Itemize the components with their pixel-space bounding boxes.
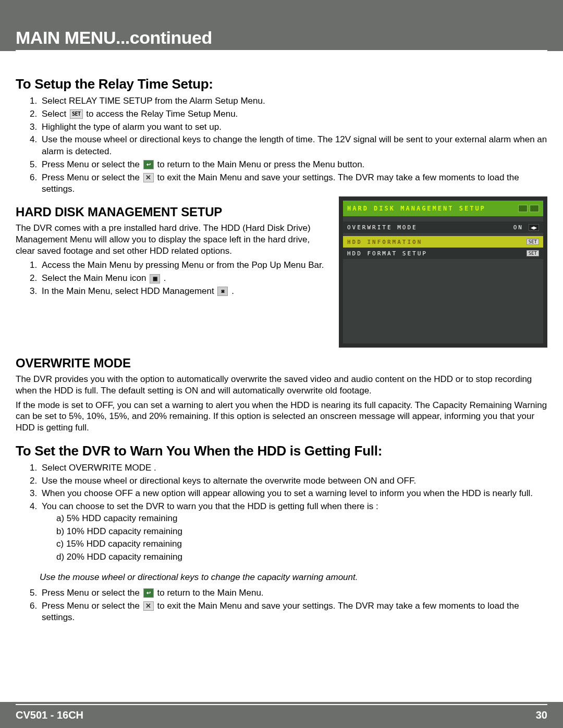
list-item: Access the Main Menu by pressing Menu or… <box>40 260 328 272</box>
list-item: b) 10% HDD capacity remaining <box>54 526 547 538</box>
page-content: To Setup the Relay Time Setup: Select RE… <box>0 51 563 624</box>
overwrite-p2: If the mode is set to OFF, you can set a… <box>16 400 547 434</box>
text: You can choose to set the DVR to warn yo… <box>42 501 378 511</box>
arrows-icon: ◀▶ <box>529 224 539 231</box>
section-warn-heading: To Set the DVR to Warn You When the HDD … <box>16 443 547 459</box>
list-item: Press Menu or select the ✕ to exit the M… <box>40 600 547 624</box>
header-underline <box>16 50 547 51</box>
list-item: Use the mouse wheel or directional keys … <box>40 134 547 158</box>
list-item: Select RELAY TIME SETUP from the Alarm S… <box>40 95 547 107</box>
relay-steps-list: Select RELAY TIME SETUP from the Alarm S… <box>16 95 547 195</box>
list-item: Select the Main Menu icon ▦ . <box>40 273 328 285</box>
text: Press Menu or select the <box>42 159 142 169</box>
page-header: MAIN MENU...continued <box>0 0 563 51</box>
text: Press Menu or select the <box>42 172 142 182</box>
list-item: c) 15% HDD capacity remaining <box>54 538 547 550</box>
main-menu-icon: ▦ <box>150 274 160 283</box>
section-hdd-heading: HARD DISK MANAGEMENT SETUP <box>16 205 328 219</box>
page-footer: CV501 - 16CH 30 <box>0 702 563 728</box>
list-item: d) 20% HDD capacity remaining <box>54 551 547 563</box>
warn-steps-list: Select OVERWRITE MODE . Use the mouse wh… <box>16 462 547 563</box>
hdd-section-row: HARD DISK MANAGEMENT SETUP The DVR comes… <box>16 196 547 348</box>
dvr-back-icon <box>518 205 528 212</box>
list-item: Press Menu or select the ↩ to return to … <box>40 587 547 599</box>
text: . <box>161 273 166 283</box>
dvr-titlebar: HARD DISK MANAGEMENT SETUP <box>343 201 543 216</box>
close-icon: ✕ <box>143 173 154 182</box>
text: Select the Main Menu icon <box>42 273 149 283</box>
section-overwrite-heading: OVERWRITE MODE <box>16 356 547 371</box>
list-item: In the Main Menu, select HDD Management … <box>40 286 328 298</box>
list-item: You can choose to set the DVR to warn yo… <box>40 501 547 563</box>
list-item: a) 5% HDD capacity remaining <box>54 513 547 525</box>
list-item: Highlight the type of alarm you want to … <box>40 121 547 133</box>
list-item: Use the mouse wheel or directional keys … <box>40 475 547 487</box>
dvr-close-icon <box>530 205 539 212</box>
text: to return to the Main Menu. <box>155 588 264 598</box>
back-icon: ↩ <box>143 160 154 169</box>
list-item: Select SET to access the Relay Time Setu… <box>40 108 547 120</box>
dvr-label: HDD INFORMATION <box>347 239 422 245</box>
dvr-title-icons <box>518 205 539 212</box>
text: Press Menu or select the <box>42 588 142 598</box>
dvr-value: ON <box>513 224 523 231</box>
overwrite-p1: The DVR provides you with the option to … <box>16 374 547 397</box>
text: to return to the Main Menu or press the … <box>155 159 365 169</box>
dvr-set-button: SET <box>527 250 539 256</box>
capacity-sublist: a) 5% HDD capacity remaining b) 10% HDD … <box>42 513 547 563</box>
text: to access the Relay Time Setup Menu. <box>84 109 238 119</box>
warn-steps-list-cont: Press Menu or select the ↩ to return to … <box>16 587 547 624</box>
dvr-label: HDD FORMAT SETUP <box>347 250 427 257</box>
text: In the Main Menu, select HDD Management <box>42 286 216 296</box>
dvr-row-hdd-info: HDD INFORMATION SET <box>343 236 543 248</box>
list-item: Press Menu or select the ↩ to return to … <box>40 159 547 171</box>
capacity-note: Use the mouse wheel or directional keys … <box>40 572 547 583</box>
dvr-label: OVERWRITE MODE <box>347 224 418 231</box>
footer-model: CV501 - 16CH <box>16 709 83 721</box>
set-icon: SET <box>70 109 83 119</box>
hdd-management-icon: ◙ <box>217 287 228 296</box>
text: Select <box>42 109 69 119</box>
footer-underline <box>16 704 547 705</box>
dvr-screenshot: HARD DISK MANAGEMENT SETUP OVERWRITE MOD… <box>339 196 547 348</box>
dvr-row-overwrite: OVERWRITE MODE ON ◀▶ <box>343 221 543 233</box>
list-item: Select OVERWRITE MODE . <box>40 462 547 474</box>
back-icon: ↩ <box>143 588 154 598</box>
dvr-set-button: SET <box>527 239 539 245</box>
section-relay-heading: To Setup the Relay Time Setup: <box>16 76 547 92</box>
page-number: 30 <box>536 709 547 721</box>
text: Press Menu or select the <box>42 601 142 611</box>
dvr-row-hdd-format: HDD FORMAT SETUP SET <box>343 248 543 259</box>
hdd-steps-list: Access the Main Menu by pressing Menu or… <box>16 260 328 297</box>
list-item: When you choose OFF a new option will ap… <box>40 488 547 500</box>
text: . <box>229 286 234 296</box>
dvr-title: HARD DISK MANAGEMENT SETUP <box>347 205 486 212</box>
close-icon: ✕ <box>143 601 154 611</box>
page-title: MAIN MENU...continued <box>16 28 212 48</box>
hdd-intro: The DVR comes with a pre installed hard … <box>16 223 328 256</box>
list-item: Press Menu or select the ✕ to exit the M… <box>40 172 547 196</box>
